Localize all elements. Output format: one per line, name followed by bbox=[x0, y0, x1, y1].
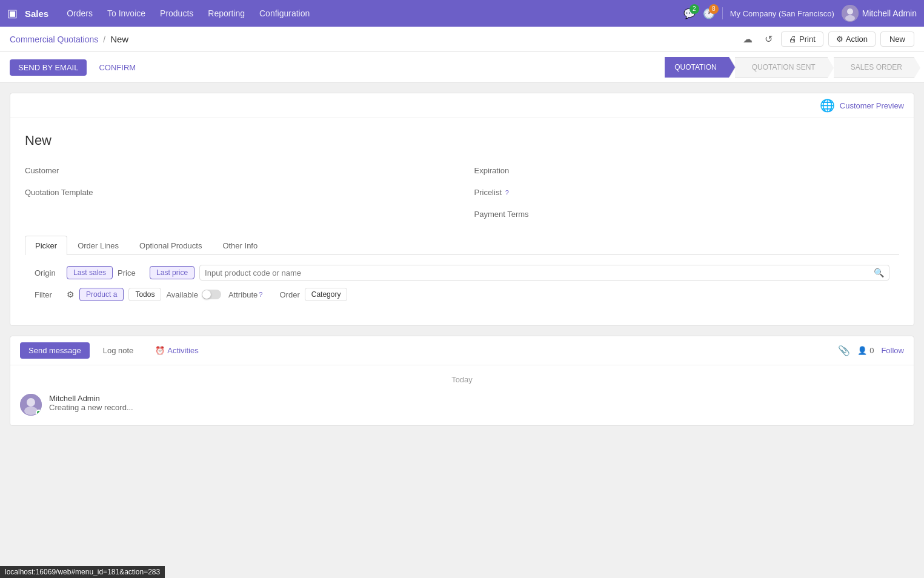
pricelist-input[interactable] bbox=[560, 185, 900, 199]
clock-badge: 8 bbox=[709, 4, 719, 14]
message-right: 📎 👤 0 Follow bbox=[838, 345, 904, 356]
filter-label: Filter bbox=[35, 290, 62, 299]
expiration-input[interactable] bbox=[560, 163, 900, 178]
expiration-label: Expiration bbox=[474, 166, 553, 175]
user-info[interactable]: Mitchell Admin bbox=[842, 5, 917, 22]
status-quotation[interactable]: QUOTATION bbox=[665, 57, 729, 78]
send-message-button[interactable]: Send message bbox=[20, 342, 90, 359]
refresh-button[interactable]: ↺ bbox=[761, 32, 776, 46]
available-toggle: Available bbox=[166, 290, 221, 299]
tab-order-lines[interactable]: Order Lines bbox=[67, 236, 129, 255]
apps-icon[interactable]: ▣ bbox=[7, 7, 18, 20]
company-name[interactable]: My Company (San Francisco) bbox=[730, 9, 834, 18]
todos-chip[interactable]: Todos bbox=[128, 288, 161, 301]
nav-right: 💬 2 🕐 8 My Company (San Francisco) Mitch… bbox=[683, 5, 917, 22]
attribute-help-icon[interactable]: ? bbox=[259, 291, 262, 298]
nav-products[interactable]: Products bbox=[154, 6, 199, 21]
svg-point-4 bbox=[27, 398, 35, 407]
clock-icon-btn[interactable]: 🕐 8 bbox=[703, 8, 715, 19]
breadcrumb-actions: ☁ ↺ 🖨 Print ⚙ Action New bbox=[739, 32, 914, 47]
nav-orders[interactable]: Orders bbox=[61, 6, 99, 21]
user-name: Mitchell Admin bbox=[862, 8, 917, 18]
payment-terms-input[interactable] bbox=[560, 207, 900, 221]
form-body: New Customer Expiration Quotation Templa… bbox=[10, 118, 914, 325]
form-tabs: Picker Order Lines Optional Products Oth… bbox=[25, 236, 899, 255]
filter-row: Filter ⚙ Product a Todos Available Attri… bbox=[35, 288, 889, 301]
tab-picker[interactable]: Picker bbox=[25, 236, 67, 255]
activities-button[interactable]: ⏰ Activities bbox=[147, 342, 207, 359]
attachment-button[interactable]: 📎 bbox=[838, 345, 850, 356]
nav-reporting[interactable]: Reporting bbox=[202, 6, 251, 21]
followers-count: 👤 0 bbox=[857, 346, 874, 355]
order-label: Order bbox=[279, 290, 299, 299]
product-search-area: 🔍 bbox=[199, 265, 889, 281]
customer-preview-bar: 🌐 Customer Preview bbox=[10, 93, 914, 118]
breadcrumb-separator: / bbox=[103, 35, 105, 44]
timeline-content: Mitchell Admin Creating a new record... bbox=[49, 394, 904, 412]
activities-label: Activities bbox=[167, 346, 198, 355]
action-button[interactable]: ⚙ Action bbox=[828, 32, 876, 47]
app-name[interactable]: Sales bbox=[25, 8, 48, 19]
breadcrumb-link[interactable]: Commercial Quotations bbox=[10, 35, 98, 44]
messages-icon-btn[interactable]: 💬 2 bbox=[683, 8, 696, 19]
tab-optional-products[interactable]: Optional Products bbox=[129, 236, 212, 255]
print-button[interactable]: 🖨 Print bbox=[781, 32, 823, 47]
log-note-button[interactable]: Log note bbox=[95, 342, 142, 359]
category-chip[interactable]: Category bbox=[305, 288, 348, 301]
available-toggle-switch[interactable] bbox=[202, 290, 221, 299]
nav-to-invoice[interactable]: To Invoice bbox=[101, 6, 151, 21]
pricelist-help-icon[interactable]: ? bbox=[505, 189, 509, 196]
available-label: Available bbox=[166, 290, 198, 299]
messages-badge: 2 bbox=[690, 4, 699, 14]
follow-button[interactable]: Follow bbox=[881, 346, 904, 355]
last-sales-chip[interactable]: Last sales bbox=[67, 266, 113, 279]
timeline-item: Mitchell Admin Creating a new record... bbox=[20, 394, 904, 416]
timeline-author: Mitchell Admin bbox=[49, 394, 904, 403]
timeline-date: Today bbox=[20, 375, 904, 384]
status-sales-order[interactable]: SALES ORDER bbox=[834, 57, 914, 78]
cloud-save-button[interactable]: ☁ bbox=[739, 32, 756, 46]
toggle-knob bbox=[202, 290, 211, 299]
attribute-filter: Attribute ? bbox=[228, 290, 263, 299]
last-price-chip[interactable]: Last price bbox=[150, 266, 194, 279]
followers-number: 0 bbox=[869, 346, 874, 355]
print-icon: 🖨 bbox=[789, 35, 797, 44]
quotation-template-input[interactable] bbox=[111, 185, 450, 199]
customer-preview-label: Customer Preview bbox=[840, 101, 904, 110]
form-title: New bbox=[25, 133, 899, 148]
breadcrumb-current: New bbox=[110, 34, 128, 44]
order-section: Order Category bbox=[279, 288, 347, 301]
timeline-section: Today Mitchell Admin Creating a new reco… bbox=[10, 365, 914, 425]
origin-label: Origin bbox=[35, 268, 62, 277]
gear-action-icon: ⚙ bbox=[836, 35, 843, 44]
product-a-chip[interactable]: Product a bbox=[79, 288, 124, 301]
send-by-email-button[interactable]: SEND BY EMAIL bbox=[10, 59, 87, 76]
activities-icon: ⏰ bbox=[155, 346, 165, 355]
customer-label: Customer bbox=[25, 166, 104, 175]
confirm-button[interactable]: CONFIRM bbox=[93, 59, 142, 76]
new-record-button[interactable]: New bbox=[880, 32, 914, 47]
globe-icon: 🌐 bbox=[820, 98, 835, 113]
nav-configuration[interactable]: Configuration bbox=[253, 6, 316, 21]
origin-row: Origin Last sales Price Last price 🔍 bbox=[35, 265, 889, 281]
search-icon: 🔍 bbox=[874, 268, 884, 277]
breadcrumb-bar: Commercial Quotations / New ☁ ↺ 🖨 Print … bbox=[0, 27, 924, 52]
product-search-input[interactable] bbox=[205, 268, 874, 277]
price-label: Price bbox=[118, 268, 145, 277]
nav-items: Orders To Invoice Products Reporting Con… bbox=[61, 6, 683, 21]
nav-divider bbox=[722, 7, 723, 19]
picker-content: Origin Last sales Price Last price 🔍 Fil… bbox=[25, 255, 899, 311]
customer-preview-button[interactable]: 🌐 Customer Preview bbox=[820, 98, 904, 113]
pricelist-label: Pricelist ? bbox=[474, 188, 553, 197]
tab-other-info[interactable]: Other Info bbox=[212, 236, 268, 255]
top-navigation: ▣ Sales Orders To Invoice Products Repor… bbox=[0, 0, 924, 27]
status-quotation-sent[interactable]: QUOTATION SENT bbox=[735, 57, 828, 78]
customer-input[interactable] bbox=[111, 163, 450, 178]
attribute-label: Attribute bbox=[228, 290, 258, 299]
action-label: Action bbox=[846, 35, 868, 44]
timeline-text: Creating a new record... bbox=[49, 403, 904, 412]
message-section: Send message Log note ⏰ Activities 📎 👤 0… bbox=[10, 336, 914, 426]
filter-gear-icon[interactable]: ⚙ bbox=[67, 290, 75, 299]
timeline-avatar bbox=[20, 394, 42, 416]
payment-terms-label: Payment Terms bbox=[474, 210, 553, 219]
